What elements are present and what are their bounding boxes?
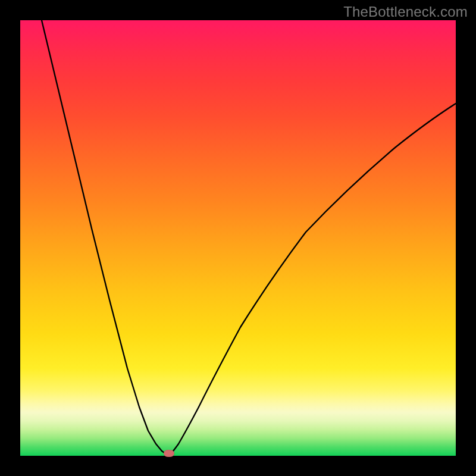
watermark-text: TheBottleneck.com [343,4,468,20]
curve-right-branch [169,104,456,456]
plot-area [20,20,456,456]
curve-left-branch [42,20,169,456]
chart-frame: TheBottleneck.com [0,0,476,476]
bottleneck-curve [20,20,456,456]
min-point-marker [164,450,174,457]
